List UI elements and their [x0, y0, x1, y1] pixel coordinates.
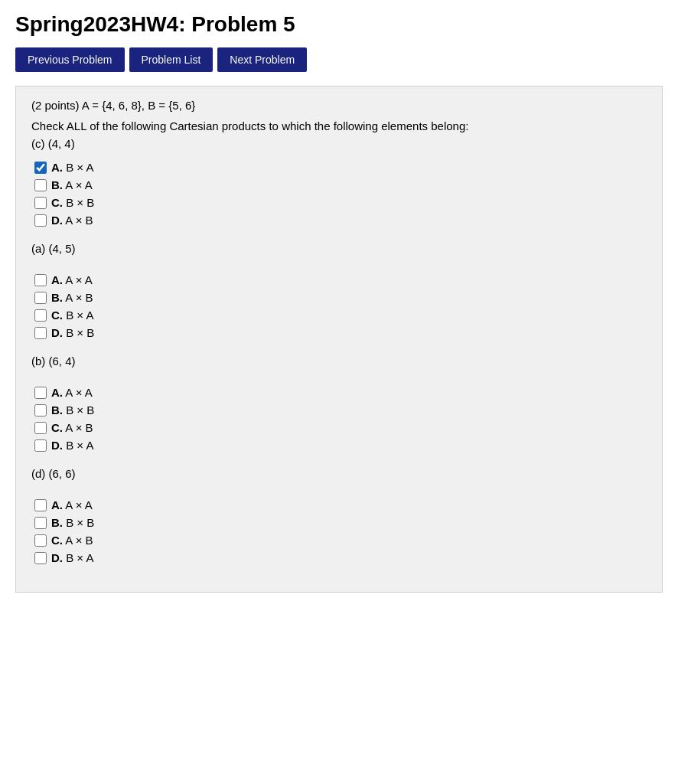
options-group-d: A. A × A B. B × B C. A × B D. B × A	[31, 498, 647, 564]
checkbox-b-d[interactable]	[34, 439, 47, 452]
prev-problem-button[interactable]: Previous Problem	[15, 47, 125, 72]
option-d-a: A. A × A	[34, 498, 647, 511]
options-group-b: A. A × A B. B × B C. A × B D. B × A	[31, 386, 647, 452]
option-c-a: A. B × A	[34, 161, 647, 174]
checkbox-d-d[interactable]	[34, 552, 47, 564]
problem-container: (2 points) A = {4, 6, 8}, B = {5, 6} Che…	[15, 86, 663, 593]
subproblem-c-label: (c) (4, 4)	[31, 137, 647, 150]
option-a-b: B. A × B	[34, 291, 647, 304]
subproblem-a-label: (a) (4, 5)	[31, 242, 647, 255]
option-a-a: A. A × A	[34, 273, 647, 286]
checkbox-d-b[interactable]	[34, 517, 47, 529]
next-problem-button[interactable]: Next Problem	[217, 47, 307, 72]
checkbox-d-c[interactable]	[34, 534, 47, 547]
option-d-d: D. B × A	[34, 551, 647, 564]
option-a-c: C. B × A	[34, 309, 647, 322]
option-a-d: D. B × B	[34, 326, 647, 339]
checkbox-a-b[interactable]	[34, 292, 47, 304]
checkbox-c-c[interactable]	[34, 197, 47, 209]
option-b-b: B. B × B	[34, 403, 647, 416]
checkbox-a-a[interactable]	[34, 274, 47, 286]
subproblem-b-label: (b) (6, 4)	[31, 354, 647, 368]
problem-list-button[interactable]: Problem List	[129, 47, 214, 72]
subproblem-a: (a) (4, 5) A. A × A B. A × B C. B × A D.…	[31, 242, 647, 339]
options-group-a: A. A × A B. A × B C. B × A D. B × B	[31, 273, 647, 339]
problem-header: (2 points) A = {4, 6, 8}, B = {5, 6}	[31, 99, 647, 112]
page-title: Spring2023HW4: Problem 5	[15, 12, 663, 37]
option-d-c: C. A × B	[34, 534, 647, 547]
nav-buttons: Previous Problem Problem List Next Probl…	[15, 47, 663, 72]
options-group-c: A. B × A B. A × A C. B × B D. A × B	[31, 161, 647, 227]
option-b-c: C. A × B	[34, 421, 647, 434]
subproblem-c: (c) (4, 4) A. B × A B. A × A C. B × B D.…	[31, 137, 647, 227]
checkbox-b-b[interactable]	[34, 404, 47, 416]
checkbox-c-a[interactable]	[34, 162, 47, 174]
option-b-a: A. A × A	[34, 386, 647, 399]
subproblem-d: (d) (6, 6) A. A × A B. B × B C. A × B D.…	[31, 467, 647, 564]
option-b-d: D. B × A	[34, 439, 647, 452]
checkbox-b-c[interactable]	[34, 422, 47, 434]
checkbox-c-d[interactable]	[34, 214, 47, 227]
subproblem-d-label: (d) (6, 6)	[31, 467, 647, 480]
option-c-c: C. B × B	[34, 196, 647, 209]
checkbox-c-b[interactable]	[34, 179, 47, 191]
checkbox-b-a[interactable]	[34, 387, 47, 399]
checkbox-a-d[interactable]	[34, 327, 47, 339]
option-c-b: B. A × A	[34, 178, 647, 191]
checkbox-a-c[interactable]	[34, 309, 47, 322]
subproblem-b: (b) (6, 4) A. A × A B. B × B C. A × B D.…	[31, 354, 647, 452]
option-d-b: B. B × B	[34, 516, 647, 529]
option-c-d: D. A × B	[34, 214, 647, 227]
checkbox-d-a[interactable]	[34, 499, 47, 511]
problem-instruction: Check ALL of the following Cartesian pro…	[31, 119, 647, 132]
